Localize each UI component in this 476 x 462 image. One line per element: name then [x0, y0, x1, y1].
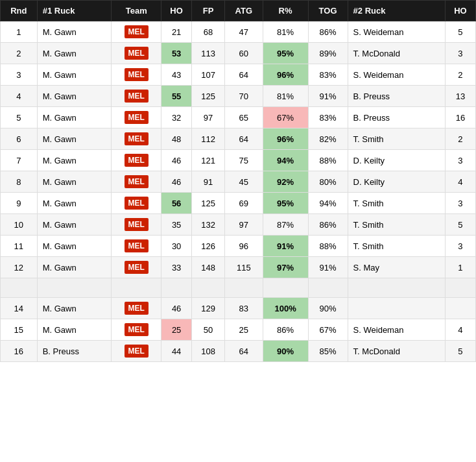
cell-rpct: 96% — [263, 128, 308, 150]
cell-atg: 64 — [224, 64, 263, 86]
cell-atg: 115 — [224, 257, 263, 278]
cell-team: MEL — [112, 171, 161, 193]
cell-team: MEL — [112, 107, 161, 128]
cell-ho1: 48 — [161, 128, 192, 150]
cell-ho1: 44 — [161, 341, 192, 362]
cell-rpct: 94% — [263, 150, 308, 171]
cell-ho1: 46 — [161, 171, 192, 193]
cell-ruck1: M. Gawn — [37, 298, 112, 319]
cell-atg: 64 — [224, 128, 263, 150]
cell-ruck1: M. Gawn — [37, 86, 112, 107]
cell-ho2: 3 — [445, 193, 475, 214]
empty-cell — [161, 278, 192, 298]
table-row — [1, 278, 476, 298]
cell-ruck2: S. Weideman — [348, 21, 445, 43]
team-badge: MEL — [125, 68, 149, 81]
cell-ho1: 30 — [161, 236, 192, 257]
cell-ruck1: M. Gawn — [37, 171, 112, 193]
cell-atg: 65 — [224, 107, 263, 128]
cell-rpct: 100% — [263, 298, 308, 319]
cell-tog: 85% — [308, 341, 348, 362]
cell-ruck2: D. Keilty — [348, 171, 445, 193]
cell-fp: 68 — [192, 21, 225, 43]
cell-tog: 86% — [308, 214, 348, 236]
cell-rpct: 92% — [263, 171, 308, 193]
cell-team: MEL — [112, 193, 161, 214]
cell-fp: 125 — [192, 193, 225, 214]
cell-ruck2: S. Weideman — [348, 319, 445, 341]
cell-ho2: 16 — [445, 107, 475, 128]
cell-rnd: 14 — [1, 298, 38, 319]
table-row: 12M. GawnMEL3314811597%91%S. May1 — [1, 257, 476, 278]
empty-cell — [112, 278, 161, 298]
cell-rpct: 91% — [263, 236, 308, 257]
cell-tog: 94% — [308, 193, 348, 214]
cell-team: MEL — [112, 257, 161, 278]
cell-ruck1: M. Gawn — [37, 43, 112, 64]
cell-fp: 97 — [192, 107, 225, 128]
cell-rnd: 6 — [1, 128, 38, 150]
cell-atg: 45 — [224, 171, 263, 193]
cell-team: MEL — [112, 150, 161, 171]
table-row: 4M. GawnMEL551257081%91%B. Preuss13 — [1, 86, 476, 107]
cell-rpct: 97% — [263, 257, 308, 278]
team-badge: MEL — [125, 218, 149, 231]
cell-tog: 88% — [308, 236, 348, 257]
cell-rnd: 16 — [1, 341, 38, 362]
cell-rpct: 67% — [263, 107, 308, 128]
cell-rnd: 1 — [1, 21, 38, 43]
cell-ho2: 5 — [445, 214, 475, 236]
team-badge: MEL — [125, 25, 149, 38]
table-row: 15M. GawnMEL25502586%67%S. Weideman4 — [1, 319, 476, 341]
empty-cell — [445, 278, 475, 298]
cell-team: MEL — [112, 341, 161, 362]
team-badge: MEL — [125, 345, 149, 358]
cell-fp: 112 — [192, 128, 225, 150]
cell-fp: 126 — [192, 236, 225, 257]
cell-rnd: 15 — [1, 319, 38, 341]
cell-ruck2 — [348, 298, 445, 319]
cell-ho1: 35 — [161, 214, 192, 236]
cell-tog: 86% — [308, 21, 348, 43]
cell-atg: 64 — [224, 341, 263, 362]
cell-fp: 121 — [192, 150, 225, 171]
cell-ruck1: M. Gawn — [37, 21, 112, 43]
cell-ho1: 53 — [161, 43, 192, 64]
table-row: 7M. GawnMEL461217594%88%D. Keilty3 — [1, 150, 476, 171]
team-badge: MEL — [125, 90, 149, 103]
cell-tog: 67% — [308, 319, 348, 341]
cell-rnd: 4 — [1, 86, 38, 107]
cell-ruck1: M. Gawn — [37, 107, 112, 128]
cell-ruck1: M. Gawn — [37, 257, 112, 278]
col-ho2: HO — [445, 1, 475, 21]
cell-ruck1: M. Gawn — [37, 319, 112, 341]
cell-ho2: 3 — [445, 150, 475, 171]
cell-fp: 50 — [192, 319, 225, 341]
empty-cell — [192, 278, 225, 298]
col-fp: FP — [192, 1, 225, 21]
table-row: 10M. GawnMEL351329787%86%T. Smith5 — [1, 214, 476, 236]
cell-ho2: 1 — [445, 257, 475, 278]
team-badge: MEL — [125, 47, 149, 60]
table-row: 2M. GawnMEL531136095%89%T. McDonald3 — [1, 43, 476, 64]
cell-ho2: 2 — [445, 128, 475, 150]
cell-rpct: 95% — [263, 43, 308, 64]
cell-atg: 75 — [224, 150, 263, 171]
table-row: 16B. PreussMEL441086490%85%T. McDonald5 — [1, 341, 476, 362]
cell-ruck2: S. May — [348, 257, 445, 278]
cell-ruck2: T. Smith — [348, 236, 445, 257]
cell-ho1: 21 — [161, 21, 192, 43]
cell-ho2: 4 — [445, 319, 475, 341]
cell-ho1: 55 — [161, 86, 192, 107]
cell-rpct: 95% — [263, 193, 308, 214]
cell-ho2: 5 — [445, 341, 475, 362]
cell-tog: 83% — [308, 64, 348, 86]
cell-tog: 83% — [308, 107, 348, 128]
stats-table: Rnd #1 Ruck Team HO FP ATG R% TOG #2 Ruc… — [0, 0, 476, 362]
table-row: 9M. GawnMEL561256995%94%T. Smith3 — [1, 193, 476, 214]
cell-atg: 70 — [224, 86, 263, 107]
cell-rnd: 5 — [1, 107, 38, 128]
cell-ruck1: M. Gawn — [37, 128, 112, 150]
cell-team: MEL — [112, 298, 161, 319]
col-ruck1: #1 Ruck — [37, 1, 112, 21]
